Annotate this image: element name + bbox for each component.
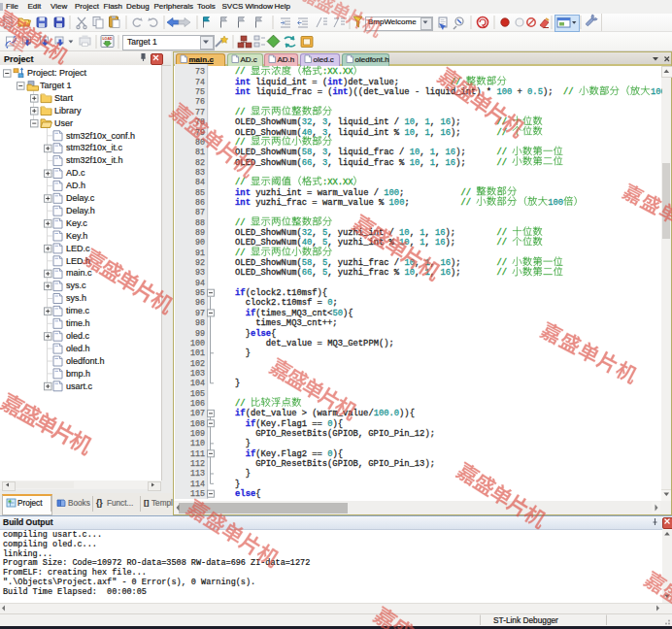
svg-text:95: 95: [195, 288, 205, 297]
svg-text:}else{: }else{: [246, 329, 277, 339]
svg-text://: //: [497, 158, 508, 168]
svg-text://: //: [461, 198, 472, 208]
svg-text:97: 97: [195, 309, 205, 317]
svg-text:int liquid_int = (int)det_valu: int liquid_int = (int)det_value;: [235, 78, 399, 87]
svg-text://: //: [235, 67, 246, 77]
svg-text://: //: [461, 188, 472, 198]
svg-text:99: 99: [195, 329, 205, 338]
svg-text:106: 106: [190, 399, 205, 408]
svg-text:if(Key.Flag1 == 0){: if(Key.Flag1 == 0){: [246, 419, 343, 429]
svg-text:76: 76: [195, 97, 205, 106]
svg-text:int liquid_frac = (int)((det_v: int liquid_frac = (int)((det_value - liq…: [235, 87, 574, 97]
svg-text://: //: [235, 108, 246, 117]
svg-text:77: 77: [195, 108, 205, 116]
svg-text:times_MQ3_cnt++;: times_MQ3_cnt++;: [255, 318, 337, 328]
svg-text:91: 91: [195, 248, 205, 257]
svg-text::XX.XX: :XX.XX: [322, 178, 353, 187]
svg-text://: //: [235, 248, 246, 258]
svg-text:OLED_ShowNum(66, 5, yuzhi_frac: OLED_ShowNum(66, 5, yuzhi_frac % 10, 1, …: [235, 268, 460, 278]
svg-text:OLED_ShowNum(40, 5, yuzhi_int: OLED_ShowNum(40, 5, yuzhi_int % 10, 1, 1…: [235, 238, 455, 248]
svg-text:GPIO_ResetBits(GPIOB, GPIO_Pin: GPIO_ResetBits(GPIOB, GPIO_Pin_12);: [255, 429, 435, 439]
svg-text:108: 108: [190, 419, 205, 428]
svg-text:GPIO_ResetBits(GPIOB, GPIO_Pin: GPIO_ResetBits(GPIOB, GPIO_Pin_13);: [255, 459, 435, 469]
svg-text:96: 96: [195, 298, 205, 307]
svg-text:100: 100: [548, 198, 563, 208]
svg-text://: //: [497, 148, 508, 157]
svg-text:OLED_ShowNum(58, 3, liquid_fra: OLED_ShowNum(58, 3, liquid_frac / 10, 1,…: [235, 148, 466, 157]
svg-text:87: 87: [195, 208, 205, 216]
svg-text:if(det_value > (warm_value/100: if(det_value > (warm_value/100.0)){: [235, 409, 415, 418]
svg-text:}: }: [246, 439, 251, 448]
svg-text:101: 101: [190, 348, 205, 357]
svg-text:104: 104: [190, 379, 205, 387]
svg-text:105: 105: [190, 389, 205, 398]
svg-text:115: 115: [190, 489, 205, 498]
svg-text:92: 92: [195, 258, 205, 267]
svg-text:82: 82: [195, 158, 205, 167]
svg-text:75: 75: [195, 87, 205, 96]
svg-text:107: 107: [190, 409, 205, 417]
svg-text:98: 98: [195, 318, 205, 327]
svg-text:80: 80: [195, 138, 205, 147]
svg-text:}: }: [246, 348, 251, 358]
svg-text://: //: [497, 228, 508, 238]
svg-text:103: 103: [190, 369, 205, 378]
svg-text:OLED_ShowNum(40, 3, liquid_int: OLED_ShowNum(40, 3, liquid_int % 10, 1, …: [235, 128, 460, 138]
svg-text:89: 89: [195, 228, 205, 237]
svg-text:100: 100: [190, 339, 205, 348]
svg-text://: //: [497, 117, 508, 127]
svg-text:83: 83: [195, 168, 205, 177]
svg-text:clock2.t10msf = 0;: clock2.t10msf = 0;: [246, 298, 338, 308]
svg-text:int yuzhi_int = warm_value / 1: int yuzhi_int = warm_value / 100;: [235, 188, 404, 198]
svg-text:78: 78: [195, 117, 205, 126]
svg-text:int yuzhi_frac = warm_value %: int yuzhi_frac = warm_value % 100;: [235, 198, 410, 208]
svg-text:84: 84: [195, 178, 205, 186]
svg-text:93: 93: [195, 268, 205, 277]
svg-text:94: 94: [195, 279, 205, 287]
svg-text:90: 90: [195, 238, 205, 247]
svg-text:OLED_ShowNum(32, 5, yuzhi_int: OLED_ShowNum(32, 5, yuzhi_int / 10, 1, 1…: [235, 228, 455, 238]
svg-text://: //: [235, 399, 246, 409]
svg-text://: //: [497, 268, 508, 278]
svg-text:OLED_ShowNum(58, 5, yuzhi_frac: OLED_ShowNum(58, 5, yuzhi_frac / 10, 1, …: [235, 258, 460, 268]
svg-text:110: 110: [190, 439, 205, 447]
svg-text://: //: [497, 258, 508, 268]
svg-text://: //: [235, 178, 246, 187]
svg-text:113: 113: [190, 469, 205, 478]
svg-text://: //: [235, 138, 246, 148]
svg-text::XX.XX: :XX.XX: [322, 67, 353, 77]
svg-text:OLED_ShowNum(66, 3, liquid_fra: OLED_ShowNum(66, 3, liquid_frac % 10, 1,…: [235, 158, 466, 168]
svg-text:111: 111: [190, 449, 205, 458]
svg-text:100: 100: [651, 87, 662, 97]
svg-text:OLED_ShowNum(32, 3, liquid_int: OLED_ShowNum(32, 3, liquid_int / 10, 1, …: [235, 117, 460, 127]
svg-text:85: 85: [195, 188, 205, 197]
svg-text:else{: else{: [235, 489, 260, 499]
svg-text:112: 112: [190, 459, 205, 468]
svg-text:79: 79: [195, 128, 205, 137]
svg-text:}: }: [235, 379, 240, 388]
svg-text:114: 114: [190, 480, 205, 488]
svg-text:}: }: [235, 480, 240, 489]
svg-text:74: 74: [195, 78, 205, 86]
svg-text:det_value = MQ3_GetPPM();: det_value = MQ3_GetPPM();: [266, 339, 394, 348]
svg-text:73: 73: [195, 67, 205, 76]
svg-text:86: 86: [195, 198, 205, 207]
svg-text://: //: [451, 78, 461, 87]
svg-text:if(times_MQ3_cnt<50){: if(times_MQ3_cnt<50){: [246, 309, 353, 318]
svg-text://: //: [235, 218, 246, 228]
svg-text:}: }: [246, 469, 251, 479]
svg-text:102: 102: [190, 359, 205, 368]
svg-text:88: 88: [195, 218, 205, 227]
svg-text:if(clock2.t10msf){: if(clock2.t10msf){: [235, 288, 327, 298]
svg-text://: //: [497, 128, 508, 138]
svg-text://: //: [497, 238, 508, 248]
svg-text:109: 109: [190, 429, 205, 438]
svg-text:81: 81: [195, 148, 205, 156]
svg-text:if(Key.Flag2 == 0){: if(Key.Flag2 == 0){: [246, 449, 343, 459]
